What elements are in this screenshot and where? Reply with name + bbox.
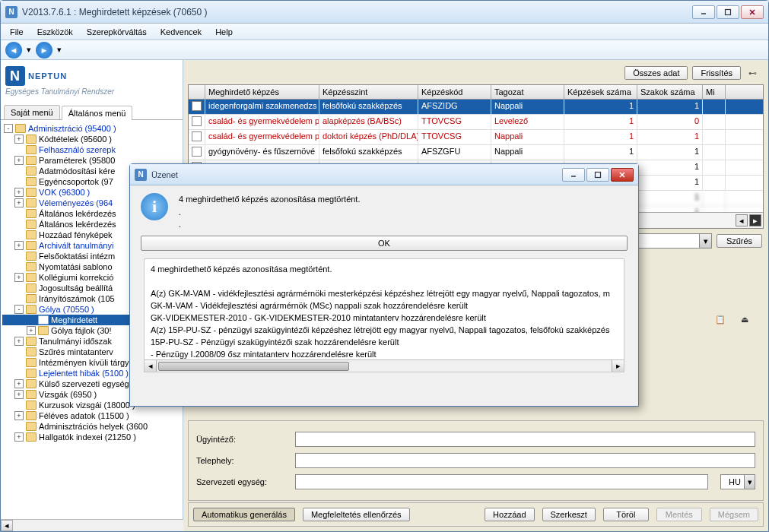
eject-icon[interactable]: ⏏ [736, 311, 753, 328]
grid-scroll-right[interactable]: ▸ [749, 214, 761, 226]
column-header[interactable]: Képzések száma [564, 85, 637, 99]
tree-node-label: Féléves adatok (11500 ) [39, 411, 129, 420]
check-button[interactable]: Megfeleltetés ellenőrzés [303, 508, 410, 521]
tab-own-menu[interactable]: Saját menü [4, 105, 60, 119]
column-header[interactable]: Szakok száma [637, 85, 703, 99]
refresh-button[interactable]: Frissítés [692, 66, 741, 80]
filter-button[interactable]: Szűrés [717, 234, 762, 248]
tree-node[interactable]: -Adminisztráció (95400 ) [2, 123, 181, 134]
table-cell [703, 176, 726, 190]
expander-icon[interactable]: + [27, 326, 36, 335]
column-header[interactable] [189, 85, 205, 99]
table-cell [189, 115, 205, 129]
table-cell: felsőfokú szakképzés [319, 145, 418, 160]
expander-icon[interactable]: + [14, 188, 24, 197]
menu-tools[interactable]: Eszközök [31, 26, 79, 38]
table-row[interactable]: gyógynövény- és fűszernövéfelsőfokú szak… [189, 145, 763, 160]
pin-icon[interactable]: ⊷ [745, 66, 759, 80]
expander-icon[interactable]: + [14, 241, 24, 250]
menu-fav[interactable]: Kedvencek [154, 26, 208, 38]
row-checkbox[interactable] [192, 131, 202, 141]
auto-generate-button[interactable]: Automatikus generálás [193, 508, 295, 521]
detail-hscrollbar[interactable]: ◂ ▸ [145, 359, 624, 372]
tree-node[interactable]: +Féléves adatok (11500 ) [2, 410, 181, 421]
expander-icon[interactable]: + [14, 273, 24, 282]
column-header[interactable]: Képzéskód [418, 85, 491, 99]
table-row[interactable]: idegenforgalmi szakmenedzsfelsőfokú szak… [189, 100, 763, 115]
menu-file[interactable]: File [4, 26, 30, 38]
page-icon [38, 315, 49, 325]
scroll-track[interactable] [13, 520, 183, 531]
szervezeti-input[interactable] [295, 474, 708, 489]
tab-general-menu[interactable]: Általános menü [62, 106, 133, 120]
table-row[interactable]: család- és gyermekvédelem palapképzés (B… [189, 115, 763, 130]
dialog-close-button[interactable] [611, 168, 634, 182]
menu-role[interactable]: Szerepkörváltás [81, 26, 153, 38]
table-cell: 1 [564, 145, 637, 160]
telephely-input[interactable] [295, 453, 755, 468]
nav-back-dropdown[interactable]: ▾ [25, 42, 33, 59]
table-row[interactable]: család- és gyermekvédelem pdoktori képzé… [189, 130, 763, 145]
detail-line: GK-M-VAM - Vidékfejlesztési agrármérnök … [151, 300, 618, 312]
expander-icon[interactable]: + [14, 198, 24, 207]
delete-button[interactable]: Töröl [603, 508, 649, 521]
column-header[interactable]: Mi [703, 85, 726, 99]
dialog-maximize-button[interactable] [586, 168, 609, 182]
grid-scroll-left[interactable]: ◂ [736, 214, 748, 226]
expander-icon[interactable]: + [14, 379, 24, 388]
scroll-left-button[interactable]: ◂ [1, 520, 13, 531]
ok-button[interactable]: OK [141, 236, 628, 251]
table-cell: 1 [637, 160, 703, 175]
clipboard-icon[interactable]: 📋 [712, 311, 729, 328]
grid-header[interactable]: Meghirdető képzésKépzésszintKépzéskódTag… [189, 85, 763, 100]
folder-icon [26, 390, 37, 399]
expander-icon[interactable]: + [14, 135, 24, 144]
close-button[interactable] [741, 5, 764, 19]
minimize-button[interactable] [692, 5, 715, 19]
table-cell: alapképzés (BA/BSc) [319, 115, 418, 129]
tree-node-label: Paraméterek (95800 [39, 156, 115, 165]
nav-forward-button[interactable]: ► [36, 42, 52, 59]
detail-line: GK-VIDEKMESTER-2010 - GK-VIDEKMESTER-201… [151, 312, 618, 325]
app-icon: N [5, 6, 17, 18]
column-header[interactable]: Tagozat [491, 85, 564, 99]
expander-icon[interactable]: + [14, 411, 24, 420]
maximize-button[interactable] [717, 5, 739, 19]
expander-icon[interactable]: - [14, 305, 24, 314]
folder-icon [26, 135, 37, 144]
tree-node-label: Hallgatók indexei (21250 ) [39, 432, 136, 442]
tree-node[interactable]: Felhasználó szerepk [2, 144, 181, 155]
dialog-minimize-button[interactable] [562, 168, 585, 182]
tree-node-label: Vizsgák (6950 ) [39, 390, 97, 399]
lang-combo[interactable]: HU▾ [720, 474, 755, 489]
tree-node[interactable]: Adminisztrációs helyek (3600 [2, 421, 181, 432]
tree-node[interactable]: +Kódtételek (95600 ) [2, 134, 181, 144]
expander-icon[interactable]: + [14, 432, 24, 442]
expander-icon[interactable]: + [14, 337, 24, 346]
expander-icon[interactable]: + [14, 390, 24, 399]
tree-node-label: Hozzáad fényképek [39, 230, 113, 239]
column-header[interactable]: Képzésszint [319, 85, 418, 99]
detail-scroll-left[interactable]: ◂ [145, 360, 157, 372]
menu-help[interactable]: Help [209, 26, 239, 38]
table-cell [189, 130, 205, 144]
row-checkbox[interactable] [192, 147, 202, 157]
expander-icon[interactable]: - [4, 124, 13, 133]
detail-scroll-right[interactable]: ▸ [612, 360, 624, 372]
row-checkbox[interactable] [192, 116, 202, 126]
column-header[interactable]: Meghirdető képzés [205, 85, 319, 99]
tree-hscrollbar[interactable]: ◂ ▸ [1, 519, 183, 531]
ugyintezo-input[interactable] [295, 432, 755, 447]
expander-icon[interactable]: + [14, 156, 24, 165]
detail-line: A(z) 15P-PU-SZ - pénzügyi szakügyintézői… [151, 325, 618, 337]
tree-node[interactable]: +Hallgatók indexei (21250 ) [2, 432, 181, 442]
detail-scroll-thumb[interactable] [158, 362, 349, 371]
edit-button[interactable]: Szerkeszt [542, 508, 596, 521]
all-data-button[interactable]: Összes adat [624, 66, 688, 80]
row-checkbox[interactable] [192, 101, 202, 111]
nav-forward-dropdown[interactable]: ▾ [56, 42, 63, 59]
nav-back-button[interactable]: ◄ [5, 42, 22, 59]
dialog-detail-box[interactable]: 4 meghirdethető képzés azonosítása megtö… [144, 258, 624, 372]
add-button[interactable]: Hozzáad [485, 508, 534, 521]
tree-node-label: Véleményezés (964 [39, 198, 113, 207]
